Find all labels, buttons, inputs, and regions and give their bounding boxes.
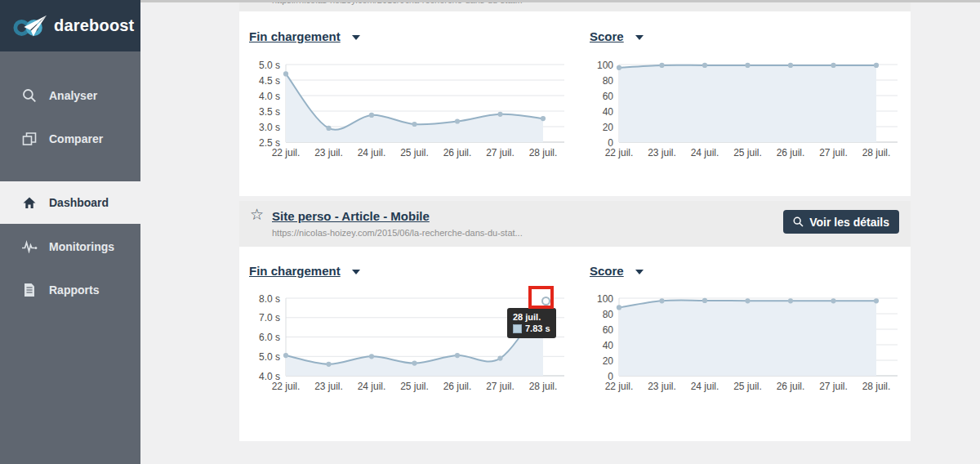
svg-text:40: 40 <box>603 106 614 118</box>
svg-text:5.0 s: 5.0 s <box>259 60 280 71</box>
dareboost-logo-icon <box>13 14 47 38</box>
svg-text:3.5 s: 3.5 s <box>259 106 280 118</box>
svg-text:6.0 s: 6.0 s <box>259 332 280 343</box>
report-icon <box>20 283 38 297</box>
sidebar-item-rapports[interactable]: Rapports <box>0 275 140 305</box>
svg-text:20: 20 <box>603 122 614 133</box>
view-details-button[interactable]: Voir les détails <box>783 210 899 234</box>
svg-text:26 juil.: 26 juil. <box>777 381 805 392</box>
svg-text:100: 100 <box>597 60 613 71</box>
sidebar-item-label: Monitorings <box>49 240 114 253</box>
svg-text:7.0 s: 7.0 s <box>259 312 280 323</box>
sidebar-item-analyser[interactable]: Analyser <box>0 81 140 110</box>
svg-text:4.0 s: 4.0 s <box>259 91 280 102</box>
compare-icon <box>20 132 38 146</box>
metric-selector-label: Fin chargement <box>249 29 341 43</box>
search-icon <box>20 88 38 103</box>
chart-tooltip: 28 juil. 7.83 s <box>507 308 556 338</box>
metric-selector-fin-chargement[interactable]: Fin chargement <box>249 264 360 278</box>
svg-text:23 juil.: 23 juil. <box>648 147 676 158</box>
click-annotation-box <box>528 286 554 309</box>
svg-text:24 juil.: 24 juil. <box>358 147 386 158</box>
svg-text:20: 20 <box>603 355 614 367</box>
chevron-down-icon <box>352 270 360 274</box>
svg-text:22 juil.: 22 juil. <box>272 147 301 158</box>
svg-text:80: 80 <box>603 309 614 320</box>
site-card-desktop: https://nicolas-hoizey.com/2015/06/la-re… <box>239 0 911 196</box>
svg-text:27 juil.: 27 juil. <box>486 147 514 158</box>
fin-chargement-chart[interactable]: 8.0 s7.0 s6.0 s5.0 s4.0 s22 juil.23 juil… <box>247 286 574 395</box>
svg-text:3.0 s: 3.0 s <box>259 122 280 133</box>
svg-text:60: 60 <box>603 91 614 102</box>
search-icon <box>793 216 804 227</box>
svg-text:22 juil.: 22 juil. <box>605 381 634 392</box>
horizontal-scrollbar-track[interactable] <box>140 0 980 2</box>
site-card-header: ☆ Site perso - Article - Mobile https://… <box>239 201 911 247</box>
sidebar-item-dashboard[interactable]: Dashboard <box>0 181 140 224</box>
svg-text:25 juil.: 25 juil. <box>733 381 762 392</box>
tooltip-date: 28 juil. <box>513 311 550 323</box>
site-card-mobile: ☆ Site perso - Article - Mobile https://… <box>239 201 911 441</box>
sidebar: dareboost Analyser Comparer Dashboard <box>0 0 140 464</box>
svg-text:4.5 s: 4.5 s <box>259 75 280 87</box>
svg-text:26 juil.: 26 juil. <box>777 147 805 158</box>
score-chart[interactable]: 10080604020022 juil.23 juil.24 juil.25 j… <box>581 286 907 395</box>
fin-chargement-chart[interactable]: 5.0 s4.5 s4.0 s3.5 s3.0 s2.5 s22 juil.23… <box>247 52 574 162</box>
svg-text:28 juil.: 28 juil. <box>862 147 891 158</box>
score-chart[interactable]: 10080604020022 juil.23 juil.24 juil.25 j… <box>581 52 907 162</box>
hovered-data-point <box>541 297 550 306</box>
svg-text:23 juil.: 23 juil. <box>648 381 676 392</box>
svg-text:27 juil.: 27 juil. <box>819 147 848 158</box>
svg-text:22 juil.: 22 juil. <box>272 381 301 392</box>
series-swatch <box>513 324 522 333</box>
sidebar-item-label: Rapports <box>49 283 99 297</box>
view-details-label: Voir les détails <box>809 216 889 229</box>
svg-text:25 juil.: 25 juil. <box>733 147 762 158</box>
sidebar-item-monitorings[interactable]: Monitorings <box>0 232 140 261</box>
metric-selector-score[interactable]: Score <box>590 264 644 278</box>
svg-text:5.0 s: 5.0 s <box>259 351 280 363</box>
svg-text:25 juil.: 25 juil. <box>400 147 429 158</box>
svg-text:28 juil.: 28 juil. <box>862 381 891 392</box>
metric-selector-fin-chargement[interactable]: Fin chargement <box>249 29 360 43</box>
star-icon[interactable]: ☆ <box>250 207 264 223</box>
chevron-down-icon <box>635 270 644 274</box>
brand-name: dareboost <box>54 16 134 35</box>
svg-text:26 juil.: 26 juil. <box>443 381 472 392</box>
svg-text:26 juil.: 26 juil. <box>443 147 472 158</box>
tooltip-value: 7.83 s <box>525 323 550 334</box>
metric-selector-label: Fin chargement <box>249 264 341 278</box>
sidebar-item-label: Analyser <box>49 89 97 102</box>
svg-text:23 juil.: 23 juil. <box>314 147 343 158</box>
svg-text:24 juil.: 24 juil. <box>358 381 386 392</box>
chevron-down-icon <box>635 35 644 40</box>
svg-text:60: 60 <box>603 324 614 336</box>
metric-selector-label: Score <box>590 264 624 278</box>
svg-text:22 juil.: 22 juil. <box>605 147 634 158</box>
svg-text:24 juil.: 24 juil. <box>691 381 719 392</box>
metric-selector-label: Score <box>590 29 624 43</box>
svg-text:40: 40 <box>603 340 614 351</box>
chevron-down-icon <box>352 35 360 40</box>
svg-text:28 juil.: 28 juil. <box>529 147 558 158</box>
pulse-icon <box>20 240 38 253</box>
svg-text:80: 80 <box>603 75 614 87</box>
site-url: https://nicolas-hoizey.com/2015/06/la-re… <box>272 228 523 238</box>
svg-text:8.0 s: 8.0 s <box>259 293 280 305</box>
dareboost-logo[interactable]: dareboost <box>0 0 140 51</box>
sidebar-item-label: Comparer <box>49 132 103 145</box>
home-icon <box>20 196 38 209</box>
svg-text:24 juil.: 24 juil. <box>691 147 719 158</box>
sidebar-item-label: Dashboard <box>49 196 109 209</box>
site-title-link[interactable]: Site perso - Article - Mobile <box>272 209 430 223</box>
svg-text:23 juil.: 23 juil. <box>314 381 343 392</box>
svg-text:100: 100 <box>597 293 613 305</box>
svg-text:25 juil.: 25 juil. <box>400 381 429 392</box>
metric-selector-score[interactable]: Score <box>590 29 644 43</box>
sidebar-item-comparer[interactable]: Comparer <box>0 124 140 154</box>
svg-text:27 juil.: 27 juil. <box>819 381 848 392</box>
svg-text:27 juil.: 27 juil. <box>486 381 514 392</box>
svg-text:28 juil.: 28 juil. <box>529 381 558 392</box>
